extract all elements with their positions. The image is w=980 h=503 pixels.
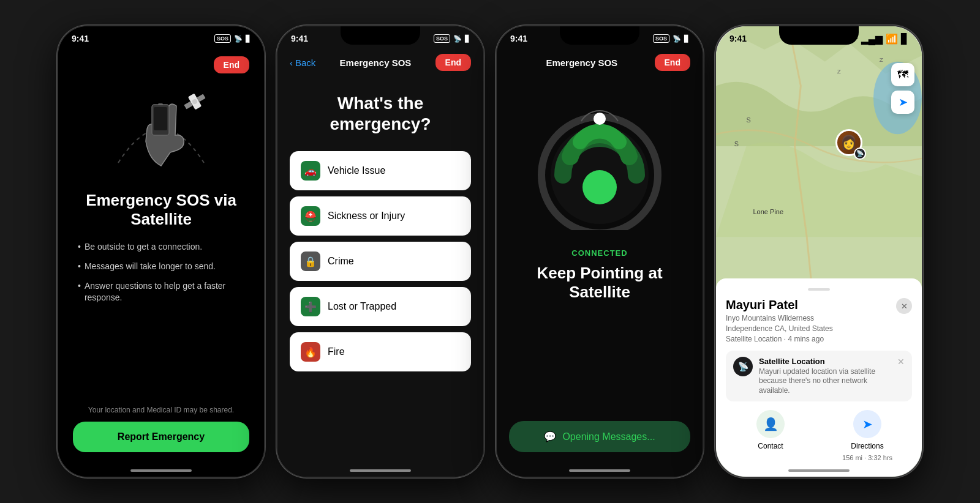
- close-panel-button[interactable]: ✕: [896, 298, 912, 314]
- contact-button[interactable]: 👤 Contact: [726, 410, 815, 461]
- phone-2-time: 9:41: [291, 34, 308, 43]
- vehicle-icon: 🚗: [301, 161, 320, 181]
- panel-handle: [808, 288, 830, 291]
- phone-3: 9:41 SOS 📡 ▊ Emergency SOS End: [496, 25, 704, 478]
- location-line-1: Inyo Mountains Wilderness: [726, 314, 814, 322]
- notif-desc: Mayuri updated location via satellite be…: [759, 367, 891, 396]
- phone-1-sos: SOS: [214, 34, 231, 43]
- emergency-question: What's the emergency?: [290, 93, 471, 134]
- option-sickness-injury[interactable]: ⛑️ Sickness or Injury: [290, 196, 471, 236]
- phone-1-battery-icon: ▊: [246, 35, 251, 43]
- end-button-1[interactable]: End: [214, 56, 249, 73]
- satellite-badge: 📡: [854, 147, 866, 160]
- svg-text:S: S: [734, 140, 739, 147]
- phone-2-sos: SOS: [434, 34, 450, 43]
- phone-4-signal-icon: ▂▄▆: [861, 33, 883, 45]
- notif-satellite-icon: 📡: [733, 357, 753, 376]
- phone-3-satellite-icon: 📡: [673, 35, 681, 43]
- opening-messages-button[interactable]: 💬 Opening Messages...: [509, 421, 690, 452]
- phone-2-nav: ‹ Back Emergency SOS End: [290, 54, 471, 71]
- option-lost-trapped[interactable]: ➕ Lost or Trapped: [290, 287, 471, 326]
- avatar-pin: 👩 📡: [835, 129, 865, 158]
- option-fire[interactable]: 🔥 Fire: [290, 332, 471, 371]
- phone-4-location-icon: ✈: [850, 33, 858, 45]
- location-arrow-icon: ➤: [899, 95, 908, 109]
- screen-title-2: Emergency SOS: [340, 58, 412, 68]
- phone-4-home-indicator: [788, 469, 850, 472]
- phone-3-status-icons: SOS 📡 ▊: [653, 34, 689, 43]
- map-location-button[interactable]: ➤: [891, 91, 914, 114]
- arrow-icon: ➤: [862, 417, 873, 431]
- opening-messages-label: Opening Messages...: [562, 431, 655, 442]
- person-name: Mayuri Patel: [726, 298, 833, 312]
- phone-1-header: End: [73, 56, 249, 73]
- contact-label: Contact: [758, 442, 783, 450]
- directions-label: Directions: [851, 442, 883, 450]
- phone-2-satellite-icon: 📡: [453, 35, 462, 43]
- phone-3-status-bar: 9:41 SOS 📡 ▊: [497, 31, 703, 46]
- fire-label: Fire: [328, 346, 345, 357]
- connected-label: CONNECTED: [571, 248, 627, 258]
- satellite-notification: 📡 Satellite Location Mayuri updated loca…: [726, 351, 912, 402]
- phone-1-content: 9:41 SOS 📡 ▊ End: [58, 26, 264, 477]
- map-layers-button[interactable]: 🗺: [891, 63, 914, 86]
- map-icon: 🗺: [897, 69, 908, 81]
- svg-point-9: [582, 170, 617, 204]
- contact-icon-circle: 👤: [756, 410, 785, 438]
- person-location: Inyo Mountains Wilderness Independence C…: [726, 313, 833, 344]
- phone-3-sos: SOS: [653, 34, 669, 43]
- phone-2-home-indicator: [350, 469, 411, 472]
- phone-1: 9:41 SOS 📡 ▊ End: [57, 25, 265, 478]
- directions-button[interactable]: ➤ Directions 156 mi · 3:32 hrs: [823, 410, 912, 461]
- phone-4-status-icons: ✈ ▂▄▆ 📶 ▊: [850, 33, 908, 45]
- person-icon: 👤: [763, 417, 778, 431]
- phone-1-status-icons: SOS 📡 ▊: [214, 34, 251, 43]
- svg-text:Z: Z: [837, 69, 841, 75]
- phones-container: 9:41 SOS 📡 ▊ End: [45, 13, 935, 490]
- message-icon: 💬: [544, 431, 556, 442]
- map-background: S S Z Z 🗺 ➤ 👩: [716, 26, 922, 297]
- crime-label: Crime: [328, 256, 354, 267]
- notif-close-button[interactable]: ✕: [897, 357, 905, 367]
- option-vehicle-issue[interactable]: 🚗 Vehicle Issue: [290, 151, 471, 190]
- person-info: Mayuri Patel Inyo Mountains Wilderness I…: [726, 298, 833, 344]
- svg-rect-6: [158, 103, 163, 105]
- phone-1-status-bar: 9:41 SOS 📡 ▊: [58, 31, 264, 46]
- satellite-illustration: [100, 83, 222, 181]
- notif-title: Satellite Location: [759, 357, 891, 366]
- phone-2-battery-icon: ▊: [465, 35, 470, 43]
- sickness-label: Sickness or Injury: [328, 211, 405, 222]
- fire-icon: 🔥: [301, 342, 320, 362]
- vehicle-label: Vehicle Issue: [328, 165, 385, 176]
- satellite-svg: [100, 83, 222, 181]
- end-button-2[interactable]: End: [435, 54, 471, 71]
- phone-3-nav: Emergency SOS End: [509, 54, 690, 71]
- bullet-1: Be outside to get a connection.: [78, 241, 244, 253]
- directions-icon-circle: ➤: [853, 410, 881, 438]
- svg-point-10: [594, 113, 606, 125]
- satellite-radar: [532, 95, 667, 230]
- phone-3-home-indicator: [569, 469, 630, 472]
- back-button[interactable]: ‹ Back: [290, 58, 315, 68]
- phone-1-home-indicator: [130, 469, 192, 472]
- phone-2-status-icons: SOS 📡 ▊: [434, 34, 470, 43]
- phone-3-time: 9:41: [510, 34, 527, 43]
- end-button-3[interactable]: End: [655, 54, 690, 71]
- lone-pine-label: Lone Pine: [753, 208, 783, 215]
- option-crime[interactable]: 🔒 Crime: [290, 242, 471, 281]
- notif-text: Satellite Location Mayuri updated locati…: [759, 357, 891, 396]
- report-emergency-button[interactable]: Report Emergency: [73, 422, 249, 452]
- radar-svg: [532, 95, 667, 230]
- location-line-2: Independence CA, United States: [726, 324, 833, 333]
- info-actions: 👤 Contact ➤ Directions 156 mi · 3:32 hrs: [726, 410, 912, 461]
- location-note: Your location and Medical ID may be shar…: [88, 406, 234, 414]
- info-header: Mayuri Patel Inyo Mountains Wilderness I…: [726, 298, 912, 344]
- keep-pointing: Keep Pointing at Satellite: [509, 264, 690, 302]
- chevron-left-icon: ‹: [290, 58, 293, 68]
- crime-icon: 🔒: [301, 252, 320, 271]
- phone-4-content: 9:41 ✈ ▂▄▆ 📶 ▊: [716, 26, 922, 477]
- back-label: Back: [295, 58, 315, 68]
- location-line-3: Satellite Location · 4 mins ago: [726, 335, 824, 343]
- lost-icon: ➕: [301, 297, 320, 316]
- phone-2-status-bar: 9:41 SOS 📡 ▊: [277, 31, 483, 46]
